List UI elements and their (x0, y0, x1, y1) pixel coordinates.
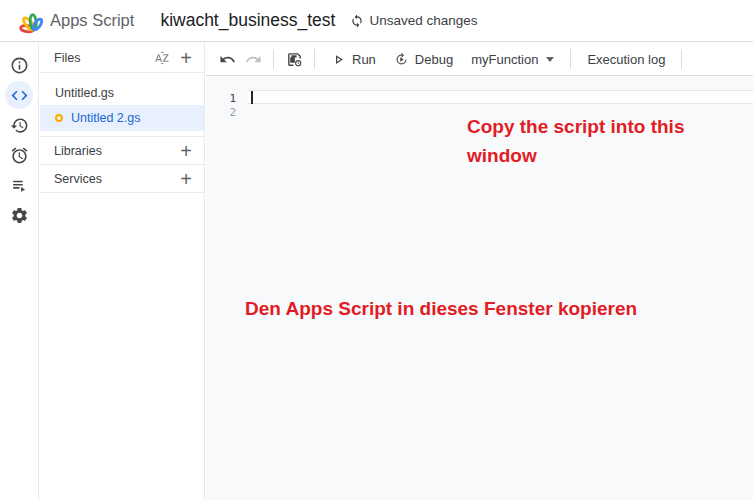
plus-icon: + (180, 48, 192, 68)
history-icon (10, 116, 29, 135)
function-selector[interactable]: myFunction (462, 46, 563, 72)
execution-log-button[interactable]: Execution log (578, 46, 674, 72)
sidebar-section-services: Services + (40, 165, 204, 193)
navigation-rail (0, 43, 39, 500)
toolbar-divider (273, 49, 274, 69)
function-selector-value: myFunction (471, 52, 538, 67)
files-sidebar: Files + Untitled.gs Untitled 2.gs Librar… (40, 43, 205, 500)
annotation-english: Copy the script into this window (467, 112, 709, 170)
rail-item-editor[interactable] (5, 81, 33, 109)
rail-item-triggers[interactable] (5, 141, 33, 169)
project-title[interactable]: kiwacht_business_test (160, 10, 335, 31)
file-row-untitled-2[interactable]: Untitled 2.gs (40, 105, 204, 131)
section-label: Services (54, 172, 174, 186)
add-service-button[interactable]: + (174, 167, 198, 191)
apps-script-logo (13, 7, 43, 34)
app-name: Apps Script (50, 11, 134, 30)
toolbar-divider (570, 49, 571, 69)
playlist-play-icon (10, 176, 29, 195)
sync-icon (350, 14, 364, 28)
toolbar-divider (681, 49, 682, 69)
save-project-button[interactable] (281, 47, 307, 71)
info-icon (10, 56, 29, 75)
run-label: Run (352, 52, 376, 67)
line-number: 2 (206, 106, 236, 120)
alarm-icon (10, 146, 29, 165)
file-name: Untitled.gs (55, 86, 114, 100)
add-file-button[interactable]: + (174, 46, 198, 70)
file-row-untitled[interactable]: Untitled.gs (40, 80, 204, 105)
redo-icon (245, 51, 262, 68)
debug-button[interactable]: Debug (385, 46, 462, 72)
arrow-drop-down-icon (546, 57, 554, 62)
text-cursor (251, 91, 253, 104)
files-title: Files (54, 51, 150, 65)
plus-icon: + (180, 141, 192, 161)
save-status: Unsaved changes (350, 13, 477, 28)
section-label: Libraries (54, 144, 174, 158)
toolbar-divider (314, 49, 315, 69)
line-number: 1 (206, 92, 236, 106)
rail-item-project-history[interactable] (5, 111, 33, 139)
sort-files-button[interactable] (150, 46, 174, 70)
debug-icon (394, 52, 409, 67)
rail-item-executions[interactable] (5, 171, 33, 199)
file-name: Untitled 2.gs (71, 111, 140, 125)
sidebar-section-libraries: Libraries + (40, 137, 204, 165)
undo-button[interactable] (214, 47, 240, 71)
run-button[interactable]: Run (322, 46, 385, 72)
line-number-gutter[interactable]: 1 2 (206, 92, 236, 120)
add-library-button[interactable]: + (174, 139, 198, 163)
execution-log-label: Execution log (587, 52, 665, 67)
redo-button[interactable] (240, 47, 266, 71)
current-line-highlight (248, 90, 753, 104)
apps-script-home-link[interactable]: Apps Script (13, 7, 134, 34)
undo-icon (219, 51, 236, 68)
app-header: Apps Script kiwacht_business_test Unsave… (0, 0, 753, 42)
rail-item-overview[interactable] (5, 51, 33, 79)
unsaved-dot-icon (55, 114, 63, 122)
sort-az-icon (154, 50, 170, 66)
annotation-german: Den Apps Script in dieses Fenster kopier… (245, 296, 637, 322)
save-icon (286, 51, 303, 68)
editor-toolbar: Run Debug myFunction Execution log (206, 43, 753, 76)
play-icon (331, 52, 346, 67)
gear-icon (10, 206, 29, 225)
debug-label: Debug (415, 52, 453, 67)
rail-item-settings[interactable] (5, 201, 33, 229)
files-header: Files + (40, 43, 204, 73)
plus-icon: + (180, 169, 192, 189)
file-list: Untitled.gs Untitled 2.gs (40, 73, 204, 137)
save-status-label: Unsaved changes (369, 13, 477, 28)
code-icon (10, 86, 29, 105)
